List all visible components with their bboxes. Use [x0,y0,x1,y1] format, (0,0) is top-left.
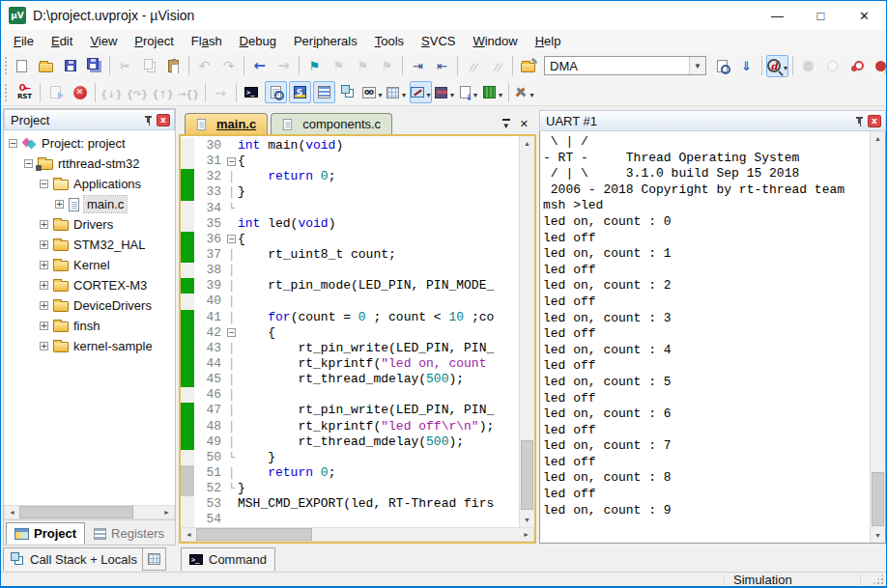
menu-item-window[interactable]: Window [464,32,526,50]
bookmark-toggle-button[interactable] [303,55,326,77]
step-over-button[interactable] [126,81,150,103]
code-line-30[interactable]: 30int main(void) [181,138,519,154]
menu-item-debug[interactable]: Debug [231,32,285,50]
tab-overflow-icon[interactable]: ▼ [502,119,510,130]
tree-item-drivers[interactable]: +Drivers [4,214,175,235]
tree-item-finsh[interactable]: +finsh [4,316,175,336]
tree-item-devicedrivers[interactable]: +DeviceDrivers [4,295,175,316]
tree-item-kernel[interactable]: +Kernel [4,255,175,275]
toolbar-grip[interactable] [5,57,7,74]
target-select[interactable]: DMA▼ [544,56,706,75]
code-line-42[interactable]: 42− { [181,325,519,341]
dropdown-arrow-icon[interactable] [496,84,502,101]
run-button[interactable] [44,81,67,103]
dropdown-arrow-icon[interactable] [424,84,431,101]
code-line-41[interactable]: 41│ for(count = 0 ; count < 10 ;co [181,310,519,325]
minimize-button[interactable]: — [756,1,799,30]
breakpoint-toggle-button[interactable] [797,55,819,77]
panel-tab-project[interactable]: Project [6,522,85,545]
scrollbar-thumb[interactable] [196,528,312,541]
expander-plus-icon[interactable]: + [40,261,48,269]
code-line-44[interactable]: 44│ rt_kprintf("led on, count [181,356,519,372]
close-panel-button[interactable]: x [868,115,881,127]
project-hscrollbar[interactable]: ◄ ► [4,505,175,519]
maximize-button[interactable]: □ [799,1,843,30]
cut-button[interactable] [114,55,136,77]
expander-plus-icon[interactable]: + [40,240,48,249]
resize-grip[interactable] [875,576,883,584]
indent-left-button[interactable] [431,55,453,77]
uart-vscrollbar[interactable]: ▲ ▼ [870,131,885,543]
scrollbar-thumb[interactable] [521,440,533,510]
breakpoint-disable-all-button[interactable] [845,55,868,77]
expander-minus-icon[interactable]: − [40,180,48,188]
find-in-files-button[interactable] [711,55,733,77]
bookmark-clear-button[interactable] [376,55,398,77]
editor-tab-main-c[interactable]: main.c [185,113,268,134]
code-line-47[interactable]: 47│ rt_pin_write(LED_PIN, PIN_ [181,403,519,418]
pin-icon[interactable] [144,115,153,126]
redo-button[interactable] [217,55,240,77]
code-line-37[interactable]: 37│ rt_uint8_t count; [181,247,519,263]
code-line-32[interactable]: 32│ return 0; [181,169,519,184]
scroll-left-icon[interactable]: ◄ [5,506,19,518]
expander-minus-icon[interactable]: − [24,159,33,168]
code-line-38[interactable]: 38│ [181,263,519,278]
tree-item-kernel-sample[interactable]: +kernel-sample [4,336,175,356]
expander-plus-icon[interactable]: + [40,322,48,330]
chevron-down-icon[interactable]: ▼ [689,57,705,74]
step-out-button[interactable] [151,81,175,103]
code-line-35[interactable]: 35int led(void) [181,216,519,232]
code-line-33[interactable]: 33│} [181,184,519,200]
watch-windows-button[interactable] [361,81,384,103]
breakpoint-kill-all-button[interactable] [870,55,887,77]
new-file-button[interactable] [11,55,33,77]
editor-vscrollbar[interactable]: ▲ ▼ [519,136,534,527]
fold-collapse-icon[interactable]: − [227,328,236,337]
memory-window-button[interactable] [142,547,166,571]
panel-tab-registers[interactable]: Registers [85,522,173,545]
code-line-46[interactable]: 46│ [181,387,519,403]
code-line-54[interactable]: 54 [181,512,519,527]
memory-windows-button[interactable] [386,81,408,103]
expander-plus-icon[interactable]: + [40,220,48,229]
dropdown-arrow-icon[interactable] [528,84,534,101]
save-button[interactable] [59,55,81,77]
tree-item-main-c[interactable]: +main.c [4,194,175,214]
tree-item-rtthread-stm32[interactable]: −rtthread-stm32 [4,154,175,174]
code-line-48[interactable]: 48│ rt_kprintf("led off\r\n"); [181,419,519,434]
paste-button[interactable] [162,55,185,77]
expander-plus-icon[interactable]: + [40,301,48,310]
call-stack-window-button[interactable] [337,81,359,103]
code-line-51[interactable]: 51│ return 0; [181,465,519,481]
breakpoint-enable-button[interactable] [821,55,844,77]
menu-item-tools[interactable]: Tools [366,32,413,50]
run-to-cursor-button[interactable] [177,81,201,103]
peripherals-button[interactable] [482,81,504,103]
tree-item-cortex-m3[interactable]: +CORTEX-M3 [4,275,175,295]
command-tab[interactable]: Command [181,547,275,571]
symbol-window-button[interactable] [289,81,311,103]
menu-item-edit[interactable]: Edit [43,32,81,50]
menu-item-file[interactable]: File [5,32,43,50]
bookmark-prev-button[interactable] [328,55,350,77]
scroll-down-icon[interactable]: ▼ [871,528,885,543]
expander-plus-icon[interactable]: + [40,342,48,350]
step-into-button[interactable] [100,81,124,103]
stop-button[interactable] [69,81,91,103]
call-stack-tab[interactable]: Call Stack + Locals [3,547,146,571]
tree-item-stm32-hal[interactable]: +STM32_HAL [4,235,175,255]
menu-item-flash[interactable]: Flash [183,32,231,50]
toolbox-button[interactable] [513,81,535,103]
analysis-windows-button[interactable] [434,81,456,103]
code-line-40[interactable]: 40│ [181,294,519,309]
navigate-forward-button[interactable] [272,55,295,77]
dropdown-arrow-icon[interactable] [399,84,406,101]
copy-button[interactable] [138,55,160,77]
toolbar-grip[interactable] [5,84,10,101]
scrollbar-thumb[interactable] [19,506,133,518]
code-line-53[interactable]: 53MSH_CMD_EXPORT(led, RT-Thread firs [181,496,519,512]
scroll-up-icon[interactable]: ▲ [871,131,885,146]
registers-window-button[interactable] [313,81,335,103]
indent-right-button[interactable] [407,55,429,77]
